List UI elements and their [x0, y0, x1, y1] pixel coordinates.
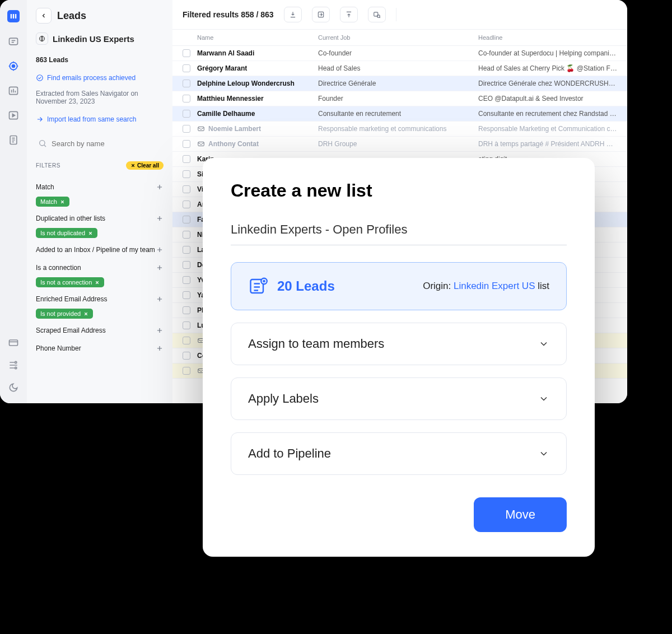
- envelope-icon: [197, 140, 205, 148]
- row-checkbox[interactable]: [183, 155, 190, 163]
- table-row[interactable]: Anthony ContatDRH GroupeDRH à temps part…: [172, 137, 627, 152]
- apply-labels-collapse[interactable]: Apply Labels: [231, 377, 567, 420]
- plus-icon[interactable]: [156, 264, 164, 272]
- row-checkbox[interactable]: [183, 49, 190, 57]
- row-checkbox[interactable]: [183, 201, 190, 208]
- svg-point-5: [12, 65, 15, 68]
- row-checkbox[interactable]: [183, 231, 190, 239]
- nav-billing-icon[interactable]: [8, 337, 19, 348]
- clear-all-button[interactable]: Clear all: [126, 161, 164, 170]
- filter-pill[interactable]: Is not duplicated: [36, 228, 97, 238]
- row-name-text: Delphine Leloup Wondercrush: [197, 80, 295, 87]
- header-headline: Headline: [478, 34, 617, 41]
- assign-team-collapse[interactable]: Assign to team members: [231, 323, 567, 365]
- filter-pill[interactable]: Is not a connection: [36, 277, 104, 287]
- close-icon[interactable]: [95, 280, 100, 285]
- nav-messages-icon[interactable]: [8, 36, 19, 47]
- row-checkbox[interactable]: [183, 170, 190, 178]
- filter-head[interactable]: Phone Number: [36, 342, 164, 355]
- filter-pill-label: Is not duplicated: [40, 230, 85, 236]
- inspect-button[interactable]: [368, 7, 386, 22]
- toolbar: Filtered results 858 / 863: [172, 0, 627, 30]
- row-checkbox[interactable]: [183, 321, 190, 329]
- filter-head[interactable]: Scraped Email Address: [36, 324, 164, 337]
- nav-settings-icon[interactable]: [8, 360, 19, 371]
- nav-leads-icon[interactable]: [8, 60, 19, 72]
- filter-group: Enriched Email AddressIs not provided: [36, 293, 164, 319]
- search-input[interactable]: [52, 139, 161, 148]
- add-pipeline-collapse[interactable]: Add to Pipeline: [231, 432, 567, 475]
- row-checkbox[interactable]: [183, 125, 190, 133]
- row-checkbox[interactable]: [183, 367, 190, 375]
- plus-icon[interactable]: [156, 183, 164, 191]
- row-checkbox[interactable]: [183, 291, 190, 299]
- nav-doc-icon[interactable]: [8, 134, 19, 146]
- row-checkbox[interactable]: [183, 80, 190, 87]
- table-header: Name Current Job Headline: [172, 30, 627, 46]
- row-checkbox[interactable]: [183, 110, 190, 118]
- nav-theme-icon[interactable]: [8, 382, 19, 393]
- source-name: Linkedin US Experts: [53, 34, 134, 44]
- table-row[interactable]: Marwann Al SaadiCo-founderCo-founder at …: [172, 46, 627, 61]
- filter-group: Is a connectionIs not a connection: [36, 262, 164, 287]
- row-checkbox[interactable]: [183, 95, 190, 102]
- filter-pill-label: Match: [40, 198, 57, 205]
- table-row[interactable]: Matthieu MennessierFounderCEO @Datapult.…: [172, 91, 627, 106]
- back-button[interactable]: [36, 8, 52, 24]
- filter-head[interactable]: Enriched Email Address: [36, 293, 164, 305]
- origin-link[interactable]: Linkedin Expert US: [454, 281, 535, 291]
- row-checkbox[interactable]: [183, 140, 190, 148]
- filter-head[interactable]: Match: [36, 181, 164, 193]
- export-button[interactable]: [312, 7, 330, 22]
- row-checkbox[interactable]: [183, 276, 190, 284]
- filter-label: Added to an Inbox / Pipeline of my team: [36, 246, 155, 254]
- close-icon[interactable]: [60, 199, 65, 204]
- search-icon: [38, 139, 47, 148]
- leads-count: 863 Leads: [36, 56, 164, 64]
- import-button[interactable]: [340, 7, 358, 22]
- row-checkbox[interactable]: [183, 352, 190, 360]
- move-button[interactable]: Move: [474, 497, 567, 532]
- plus-icon[interactable]: [156, 344, 164, 352]
- import-link[interactable]: Import lead from same search: [36, 115, 164, 123]
- plus-icon[interactable]: [156, 327, 164, 334]
- download-button[interactable]: [284, 7, 302, 22]
- plus-icon[interactable]: [156, 295, 164, 303]
- row-name: Marwann Al Saadi: [197, 49, 318, 57]
- table-row[interactable]: Grégory MarantHead of SalesHead of Sales…: [172, 61, 627, 76]
- plus-icon[interactable]: [156, 215, 164, 222]
- table-row[interactable]: Camille DelhaumeConsultante en recruteme…: [172, 106, 627, 122]
- row-headline: Consultante en recrutement chez Randstad…: [478, 110, 617, 118]
- import-text: Import lead from same search: [47, 115, 136, 123]
- filter-head[interactable]: Is a connection: [36, 262, 164, 274]
- nav-play-icon[interactable]: [8, 110, 19, 121]
- svg-rect-9: [10, 340, 18, 346]
- row-checkbox[interactable]: [183, 185, 190, 193]
- row-checkbox[interactable]: [183, 337, 190, 344]
- toolbar-divider: [396, 8, 396, 21]
- summary-leads-count: 20 Leads: [277, 278, 335, 294]
- nav-reports-icon[interactable]: [8, 85, 19, 96]
- row-name-text: Matthieu Mennessier: [197, 95, 264, 102]
- close-icon[interactable]: [83, 311, 88, 316]
- row-checkbox[interactable]: [183, 246, 190, 254]
- assign-team-label: Assign to team members: [248, 337, 384, 351]
- row-checkbox[interactable]: [183, 216, 190, 223]
- row-checkbox[interactable]: [183, 306, 190, 314]
- header-name: Name: [197, 34, 318, 41]
- row-checkbox[interactable]: [183, 64, 190, 72]
- table-row[interactable]: Delphine Leloup WondercrushDirectrice Gé…: [172, 76, 627, 91]
- row-headline: Co-founder at Superdocu | Helping compan…: [478, 49, 617, 57]
- row-name: Matthieu Mennessier: [197, 95, 318, 102]
- filter-pill[interactable]: Match: [36, 197, 69, 207]
- filter-group: Scraped Email Address: [36, 324, 164, 337]
- row-checkbox[interactable]: [183, 261, 190, 269]
- filter-head[interactable]: Duplicated in other lists: [36, 212, 164, 225]
- filter-head[interactable]: Added to an Inbox / Pipeline of my team: [36, 244, 164, 256]
- table-row[interactable]: Noemie LambertResponsable marketing et c…: [172, 122, 627, 137]
- filter-pill[interactable]: Is not provided: [36, 309, 93, 319]
- row-name-text: Noemie Lambert: [208, 125, 261, 133]
- close-icon[interactable]: [88, 231, 93, 236]
- list-name-input[interactable]: [231, 217, 567, 245]
- plus-icon[interactable]: [156, 246, 164, 254]
